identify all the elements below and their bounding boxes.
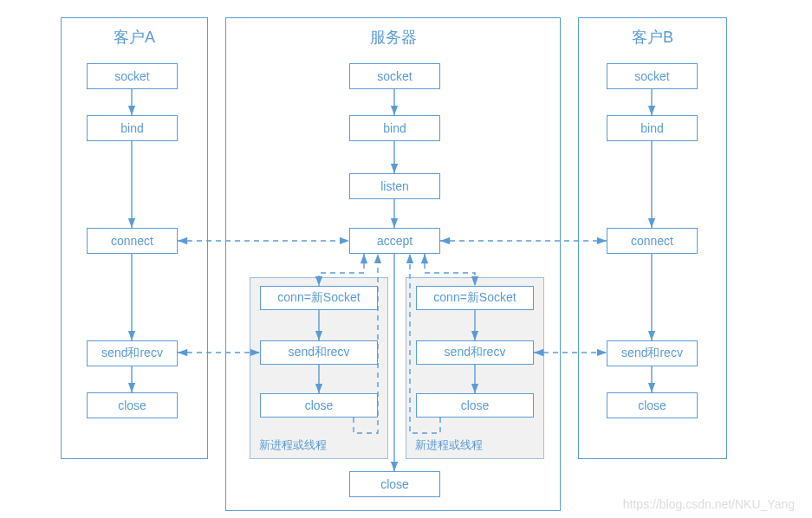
node-a-socket: socket xyxy=(87,63,178,89)
node-a-bind: bind xyxy=(87,115,178,141)
node-a-sendrecv: send和recv xyxy=(87,340,178,366)
node-s-bind: bind xyxy=(349,115,440,141)
node-ta-conn: conn=新Socket xyxy=(260,286,378,310)
node-s-accept: accept xyxy=(349,228,440,254)
node-b-bind: bind xyxy=(607,115,698,141)
node-b-sendrecv: send和recv xyxy=(607,340,698,366)
node-ta-close: close xyxy=(260,393,378,418)
subgroup-thread-b-label: 新进程或线程 xyxy=(415,437,483,453)
node-s-listen: listen xyxy=(349,173,440,199)
lane-title-client-b: 客户B xyxy=(579,18,726,53)
node-a-connect: connect xyxy=(87,228,178,254)
node-tb-conn: conn=新Socket xyxy=(416,286,534,310)
node-s-socket: socket xyxy=(349,63,440,89)
node-s-close: close xyxy=(349,471,440,497)
node-b-connect: connect xyxy=(607,228,698,254)
node-b-socket: socket xyxy=(607,63,698,89)
node-b-close: close xyxy=(607,392,698,418)
lane-title-server: 服务器 xyxy=(226,18,560,53)
node-tb-sendrecv: send和recv xyxy=(416,340,534,365)
node-tb-close: close xyxy=(416,393,534,418)
node-a-close: close xyxy=(87,392,178,418)
lane-title-client-a: 客户A xyxy=(62,18,207,53)
node-ta-sendrecv: send和recv xyxy=(260,340,378,365)
subgroup-thread-a-label: 新进程或线程 xyxy=(259,437,327,453)
watermark: https://blog.csdn.net/NKU_Yang xyxy=(623,497,795,511)
